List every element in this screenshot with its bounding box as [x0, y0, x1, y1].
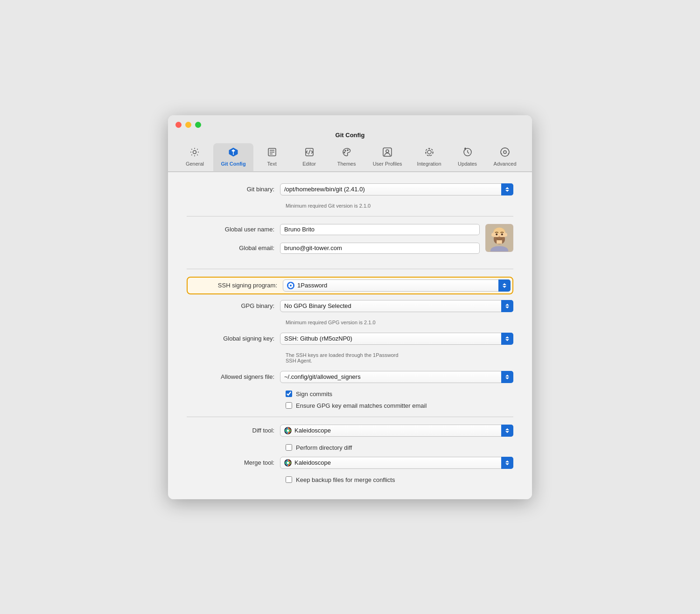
svg-point-15: [504, 151, 506, 154]
gpg-binary-select-wrapper[interactable]: No GPG Binary Selected: [280, 300, 513, 312]
tab-editor[interactable]: Editor: [291, 143, 328, 171]
keep-backup-checkbox[interactable]: [286, 476, 292, 483]
window-title: Git Config: [336, 132, 365, 139]
chevron-down-icon: [505, 339, 509, 341]
chevron-down-icon: [505, 463, 509, 465]
gpg-binary-select[interactable]: No GPG Binary Selected: [280, 300, 513, 312]
tab-integration[interactable]: Integration: [410, 143, 449, 171]
onepassword-icon: [287, 282, 294, 289]
sign-commits-row: Sign commits: [286, 391, 513, 398]
merge-tool-chevron[interactable]: [501, 457, 513, 469]
chevron-up-icon: [505, 375, 509, 377]
gpg-binary-chevron[interactable]: [501, 300, 513, 312]
tab-text-label: Text: [267, 161, 277, 167]
git-binary-select[interactable]: /opt/homebrew/bin/git (2.41.0): [280, 183, 513, 195]
chevron-up-icon: [503, 283, 506, 285]
allowed-signers-label: Allowed signers file:: [187, 373, 280, 380]
tab-integration-label: Integration: [417, 161, 441, 167]
svg-point-22: [501, 233, 503, 235]
git-binary-select-wrapper[interactable]: /opt/homebrew/bin/git (2.41.0): [280, 183, 513, 195]
diff-tool-select[interactable]: Kaleidoscope: [280, 425, 513, 437]
separator-1: [187, 216, 513, 216]
keep-backup-label: Keep backup files for merge conflicts: [296, 476, 395, 483]
tab-advanced-label: Advanced: [494, 161, 517, 167]
diff-tool-chevron[interactable]: [501, 425, 513, 437]
tab-git-config[interactable]: Git Config: [213, 143, 253, 171]
diff-tool-wrapper[interactable]: Kaleidoscope: [280, 425, 513, 437]
merge-tool-value: Kaleidoscope: [294, 459, 331, 466]
window-controls: [175, 122, 201, 128]
git-binary-row: Git binary: /opt/homebrew/bin/git (2.41.…: [187, 183, 513, 195]
keep-backup-row: Keep backup files for merge conflicts: [286, 476, 513, 483]
global-email-input[interactable]: [280, 243, 480, 254]
svg-point-27: [287, 429, 289, 432]
close-button[interactable]: [175, 122, 182, 128]
svg-point-19: [504, 233, 507, 237]
merge-tool-label: Merge tool:: [187, 459, 280, 466]
ensure-gpg-row: Ensure GPG key email matches committer e…: [286, 402, 513, 409]
tab-user-profiles[interactable]: User Profiles: [365, 143, 410, 171]
global-signing-key-wrapper[interactable]: SSH: Github (rM5ozNP0): [280, 333, 513, 345]
git-config-icon: [228, 147, 238, 159]
global-username-label: Global user name:: [187, 226, 280, 233]
chevron-up-icon: [505, 187, 509, 189]
advanced-icon: [500, 147, 510, 159]
global-email-label: Global email:: [187, 244, 280, 251]
minimize-button[interactable]: [185, 122, 191, 128]
ssh-signing-row: SSH signing program: 1Password: [189, 279, 511, 292]
allowed-signers-row: Allowed signers file: ~/.config/git/allo…: [187, 371, 513, 383]
svg-point-25: [290, 285, 292, 286]
svg-point-21: [496, 233, 497, 235]
merge-tool-select[interactable]: Kaleidoscope: [280, 457, 513, 469]
tab-text[interactable]: Text: [253, 143, 291, 171]
global-username-input[interactable]: [280, 224, 480, 235]
svg-point-8: [344, 152, 345, 153]
sign-commits-checkbox[interactable]: [286, 391, 292, 397]
editor-icon: [304, 147, 315, 159]
git-binary-chevron[interactable]: [501, 183, 513, 195]
svg-point-11: [386, 150, 389, 153]
tab-themes-label: Themes: [337, 161, 356, 167]
diff-tool-row: Diff tool: Kaleidoscope: [187, 425, 513, 437]
svg-point-13: [426, 148, 433, 156]
ensure-gpg-checkbox[interactable]: [286, 402, 292, 409]
chevron-up-icon: [505, 460, 509, 462]
global-signing-key-chevron[interactable]: [501, 333, 513, 345]
tab-general-label: General: [186, 161, 204, 167]
ssh-signing-chevron[interactable]: [498, 279, 511, 292]
chevron-down-icon: [505, 431, 509, 433]
global-signing-key-select[interactable]: SSH: Github (rM5ozNP0): [280, 333, 513, 345]
allowed-signers-select[interactable]: ~/.config/git/allowed_signers: [280, 371, 513, 383]
chevron-up-icon: [505, 304, 509, 306]
content-area: Git binary: /opt/homebrew/bin/git (2.41.…: [168, 172, 532, 499]
tab-general[interactable]: General: [176, 143, 213, 171]
global-email-row: Global email:: [187, 243, 480, 254]
ssh-signing-select-wrapper[interactable]: 1Password: [283, 279, 511, 292]
tab-user-profiles-label: User Profiles: [373, 161, 402, 167]
merge-tool-row: Merge tool: Kaleidoscope: [187, 457, 513, 469]
separator-2: [187, 269, 513, 269]
svg-point-9: [347, 150, 348, 151]
tab-advanced[interactable]: Advanced: [486, 143, 524, 171]
maximize-button[interactable]: [195, 122, 201, 128]
directory-diff-checkbox[interactable]: [286, 444, 292, 451]
tab-git-config-label: Git Config: [221, 161, 245, 167]
ssh-signing-select[interactable]: 1Password: [283, 279, 511, 292]
merge-tool-wrapper[interactable]: Kaleidoscope: [280, 457, 513, 469]
titlebar: Git Config General: [168, 115, 532, 172]
global-username-row: Global user name:: [187, 224, 480, 235]
avatar: [485, 224, 513, 252]
ensure-gpg-label: Ensure GPG key email matches committer e…: [296, 402, 427, 409]
toolbar: General Git Config: [176, 143, 524, 171]
svg-point-20: [493, 227, 505, 234]
gpg-binary-row: GPG binary: No GPG Binary Selected: [187, 300, 513, 312]
allowed-signers-chevron[interactable]: [501, 371, 513, 383]
tab-updates[interactable]: Updates: [449, 143, 486, 171]
gpg-binary-hint: Minimum required GPG version is 2.1.0: [286, 320, 513, 325]
tab-themes[interactable]: Themes: [328, 143, 365, 171]
user-fields-inner: Global user name: Global email:: [187, 224, 480, 261]
global-signing-key-hint: The SSH keys are loaded through the 1Pas…: [286, 352, 513, 363]
allowed-signers-wrapper[interactable]: ~/.config/git/allowed_signers: [280, 371, 513, 383]
svg-point-29: [287, 461, 289, 464]
directory-diff-row: Perform directory diff: [286, 444, 513, 451]
